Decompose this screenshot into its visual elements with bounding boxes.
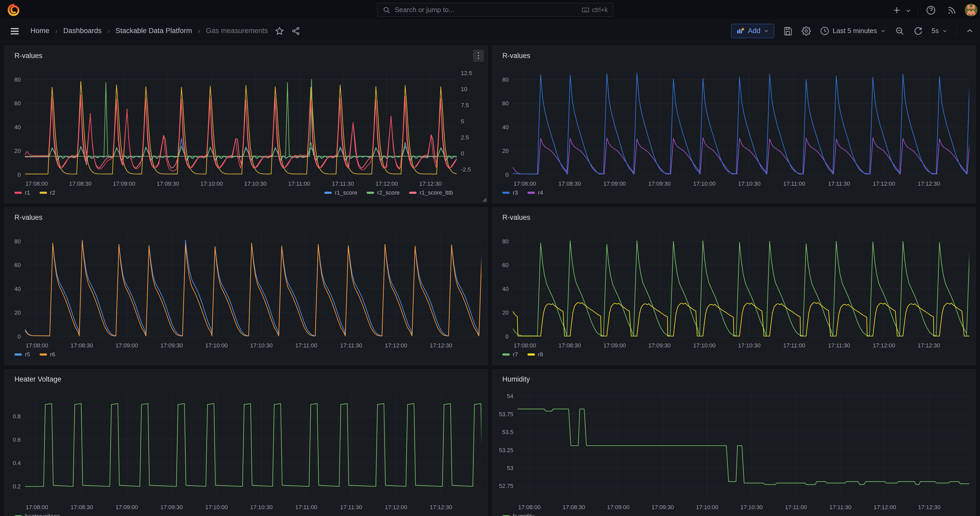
x-axis-label: 17:12:00 [385,342,407,349]
grafana-logo[interactable] [7,4,20,16]
breadcrumb-dashboards[interactable]: Dashboards [63,27,102,35]
star-favorite-icon[interactable] [275,27,284,35]
panel-title[interactable]: R-values [14,52,43,60]
panel-legend-left: humidity [502,513,535,516]
x-axis-label: 17:11:00 [783,180,805,187]
x-axis-label: 17:09:30 [157,180,179,187]
x-axis-label: 17:10:30 [738,180,760,187]
panel-heater-voltage: Heater Voltage heatervoltage 0.20.40.60.… [4,369,488,516]
legend-swatch [40,192,47,194]
legend-swatch [409,192,417,194]
breadcrumb-separator: › [55,27,57,35]
y-axis-label: 40 [492,124,509,131]
dashboard-settings-icon[interactable] [802,26,811,36]
legend-swatch [367,192,374,194]
chart-canvas[interactable] [25,232,481,336]
y-axis-label: 0 [5,172,21,178]
collapse-toolbar-icon[interactable] [966,27,974,35]
add-panel-button[interactable]: Add [731,24,774,38]
share-icon[interactable] [291,27,300,35]
legend-item-r1_score_lttb[interactable]: r1_score_lttb [409,190,453,196]
x-axis-label: 17:10:00 [205,342,228,349]
new-add-button[interactable] [892,5,902,15]
x-axis-label: 17:09:00 [603,180,626,187]
x-axis-label: 17:09:00 [116,342,138,349]
x-axis-label: 17:11:30 [828,180,850,187]
panel-resize-handle[interactable] [482,197,486,202]
chart-canvas[interactable] [25,394,481,498]
chart-canvas[interactable] [513,70,969,175]
x-axis-label: 17:10:30 [740,504,763,511]
refresh-interval-picker[interactable]: 5s [932,27,948,35]
chart-canvas[interactable] [25,70,457,175]
legend-item-r2_score[interactable]: r2_score [367,190,400,196]
panel-legend-left: r7r8 [502,351,543,358]
panel-title[interactable]: R-values [502,213,530,221]
breadcrumb-folder[interactable]: Stackable Data Platform [116,27,192,35]
y-axis-label: 53.25 [492,447,513,454]
panel-title[interactable]: Humidity [502,375,530,384]
x-axis-label: 17:08:00 [518,504,541,511]
time-range-picker[interactable]: Last 5 minutes [820,26,886,36]
breadcrumb-separator: › [107,27,110,35]
refresh-icon[interactable] [913,26,923,36]
legend-item-humidity[interactable]: humidity [502,513,535,516]
panel-title[interactable]: R-values [502,52,530,60]
x-axis-label: 17:10:00 [693,342,716,349]
legend-item-r6[interactable]: r6 [40,351,56,358]
panel-title[interactable]: Heater Voltage [14,375,61,384]
zoom-out-icon[interactable] [895,26,904,36]
user-avatar[interactable] [965,4,977,16]
search-input[interactable]: Search or jump to... ctrl+k [377,3,613,17]
legend-swatch [528,192,535,194]
chart-canvas[interactable] [517,394,969,498]
help-icon[interactable] [926,5,936,15]
legend-item-r5[interactable]: r5 [14,351,30,358]
x-axis-label: 17:10:00 [200,180,223,187]
y-axis-label: 53.75 [492,411,513,418]
breadcrumb: Home › Dashboards › Stackable Data Platf… [30,20,300,41]
x-axis-label: 17:11:00 [783,342,805,349]
x-axis-label: 17:12:30 [918,180,940,187]
news-rss-icon[interactable] [947,5,957,15]
y2-axis-label: 5 [461,118,464,125]
menu-hamburger-icon[interactable] [10,26,20,35]
x-axis-label: 17:08:30 [71,504,93,511]
breadcrumb-home[interactable]: Home [30,27,49,35]
y-axis-label: 60 [5,262,21,269]
panel-title[interactable]: R-values [14,213,43,221]
x-axis-label: 17:12:30 [918,504,941,511]
legend-item-r3[interactable]: r3 [502,190,518,196]
x-axis-label: 17:09:30 [648,342,671,349]
panel-menu-kebab-icon[interactable]: ⋮ [473,49,484,62]
save-dashboard-icon[interactable] [783,26,792,36]
x-axis-label: 17:12:00 [385,504,407,511]
y-axis-label: 80 [492,238,509,245]
chart-canvas[interactable] [513,232,969,336]
x-axis-label: 17:09:00 [113,180,135,187]
y-axis-label: 80 [5,76,21,83]
legend-item-r1_score[interactable]: r1_score [325,190,358,196]
legend-item-r8[interactable]: r8 [528,351,543,358]
breadcrumb-current-dashboard: Gas measurements [206,27,268,35]
panel-r-values-3: R-values r5r6 02040608017:08:0017:08:301… [4,207,488,365]
x-axis-label: 17:10:30 [738,342,760,349]
x-axis-label: 17:08:00 [26,504,48,511]
x-axis-label: 17:10:00 [696,504,718,511]
panel-humidity: Humidity humidity 52.755353.2553.553.755… [492,369,976,516]
legend-item-r7[interactable]: r7 [502,351,518,358]
legend-item-r1[interactable]: r1 [14,190,30,196]
x-axis-label: 17:08:00 [26,342,48,349]
new-chevron-down-icon[interactable] [905,7,912,18]
panel-r-values-4: R-values r7r8 02040608017:08:0017:08:301… [492,207,976,365]
search-placeholder: Search or jump to... [395,6,578,14]
x-axis-label: 17:09:30 [161,342,183,349]
x-axis-label: 17:12:30 [918,342,940,349]
legend-item-r4[interactable]: r4 [528,190,543,196]
legend-item-r2[interactable]: r2 [40,190,56,196]
y2-axis-label: 10 [461,86,467,93]
x-axis-label: 17:10:00 [205,504,228,511]
x-axis-label: 17:12:30 [430,504,452,511]
legend-item-heatervoltage[interactable]: heatervoltage [14,513,60,516]
y-axis-label: 0.4 [5,460,21,467]
